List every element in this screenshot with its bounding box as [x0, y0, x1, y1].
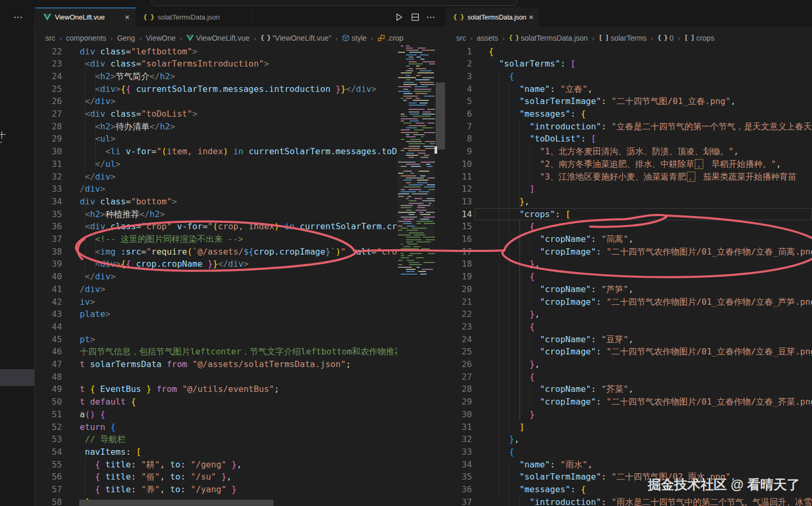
- code-line-7[interactable]: 7 "introduction": "立春是二十四节气的第一个节气，是天文意义上…: [446, 120, 812, 133]
- code-line-42[interactable]: 42iv>: [35, 296, 397, 308]
- minimap[interactable]: [397, 45, 435, 506]
- code-line-32[interactable]: 32 </div>: [35, 171, 397, 183]
- code-line-31[interactable]: 31 ]: [446, 421, 812, 434]
- code-line-35[interactable]: 35 <h2>种植推荐</h2>: [35, 208, 397, 221]
- breadcrumb-left-item-components[interactable]: components: [66, 34, 106, 42]
- code-line-2[interactable]: 2 "solarTerms": [: [446, 58, 812, 70]
- run-icon[interactable]: [394, 12, 404, 22]
- code-line-36[interactable]: 36 <div class="crop" v-for="(crop, index…: [35, 220, 397, 233]
- code-line-22[interactable]: 22div class="leftbottom">: [35, 45, 397, 58]
- split-editor-icon[interactable]: [411, 13, 420, 22]
- code-line-17[interactable]: 17 "cropImage": "二十四节气农作物图片/01_立春作物/立春_茼…: [446, 246, 812, 258]
- code-line-8[interactable]: 8 "toDoList": [: [446, 133, 812, 145]
- code-line-34[interactable]: 34div class="bottom">: [35, 195, 397, 208]
- command-center[interactable]: [152, 0, 517, 6]
- code-line-26[interactable]: 26 </div>: [35, 95, 397, 108]
- minimap-slider[interactable]: [397, 153, 435, 235]
- code-line-49[interactable]: 49t { EventBus } from "@/utils/eventBus"…: [35, 383, 397, 396]
- breadcrumb-left-item-crop[interactable]: .crop: [377, 34, 403, 42]
- code-line-11[interactable]: 11 "3、江淮地区要施好小麦、油菜返青肥， 茄果类蔬菜开始播种育苗: [446, 171, 812, 183]
- code-line-29[interactable]: 29 "cropImage": "二十四节气农作物图片/01_立春作物/立春_芥…: [446, 396, 812, 408]
- code-line-40[interactable]: 40 </div>: [35, 270, 397, 283]
- code-line-15[interactable]: 15 {: [446, 220, 812, 233]
- code-line-27[interactable]: 27 {: [446, 371, 812, 383]
- editor-right[interactable]: 1{2 "solarTerms": [3 {4 "name": "立春",5 "…: [446, 45, 812, 506]
- code-line-14[interactable]: 14 "crops": [: [446, 208, 812, 221]
- code-line-12[interactable]: 12 ]: [446, 183, 812, 195]
- scrollbar-slider[interactable]: [436, 82, 445, 149]
- code-line-24[interactable]: 24 "cropName": "豆芽",: [446, 333, 812, 346]
- code-line-23[interactable]: 23 {: [446, 321, 812, 333]
- horizontal-scrollbar-slider[interactable]: [79, 500, 273, 506]
- code-line-32[interactable]: 32 },: [446, 433, 812, 446]
- code-line-22[interactable]: 22 },: [446, 308, 812, 321]
- code-line-31[interactable]: 31 </ul>: [35, 158, 397, 171]
- code-line-16[interactable]: 16 "cropName": "茼蒿",: [446, 233, 812, 246]
- breadcrumb-left-item-style[interactable]: style: [342, 34, 367, 42]
- code-line-18[interactable]: 18 },: [446, 258, 812, 270]
- code-line-9[interactable]: 9 "1、北方冬麦田清沟、沥水、防渍、顶凌、划锄。",: [446, 145, 812, 158]
- code-line-52[interactable]: 52eturn {: [35, 421, 397, 434]
- rail-selected-item[interactable]: [0, 369, 34, 386]
- breadcrumb-right-item-solattermsdatajson[interactable]: { }solatTermsData.json: [509, 34, 588, 42]
- breadcrumb-left-item-viewoneliftvue[interactable]: ViewOneLift.vue: [186, 34, 250, 42]
- code-line-6[interactable]: 6 "messages": {: [446, 108, 812, 120]
- code-line-19[interactable]: 19 {: [446, 270, 812, 283]
- breadcrumb-left-item-src[interactable]: src: [45, 34, 55, 42]
- breadcrumb-right-item-solarterms[interactable]: [ ]solarTerms: [599, 34, 647, 42]
- tab-viewonelift-vue[interactable]: ViewOneLift.vue ✕: [35, 7, 136, 27]
- code-line-13[interactable]: 13 },: [446, 195, 812, 208]
- code-line-48[interactable]: 48: [35, 371, 397, 383]
- code-line-37[interactable]: 37 <!-- 这里的图片同样渲染不出来 -->: [35, 233, 397, 246]
- code-line-5[interactable]: 5 "solarTermImage": "二十四节气图/01_立春.png",: [446, 95, 812, 108]
- code-line-41[interactable]: 41/div>: [35, 283, 397, 296]
- code-line-37[interactable]: 37 "introduction": "雨水是二十四节气中的第二个节气。气温回升…: [446, 496, 812, 506]
- code-line-4[interactable]: 4 "name": "立春",: [446, 83, 812, 96]
- code-line-46[interactable]: 46十四节气信息，包括节气图片leftconter，节气文字介绍leftbott…: [35, 345, 397, 358]
- code-line-38[interactable]: 38 <img :src="require(`@/assets/${crop.c…: [35, 246, 397, 258]
- code-line-55[interactable]: 55 { title: "耕", to: "/geng" },: [35, 458, 397, 471]
- more-actions-icon[interactable]: ···: [14, 13, 23, 22]
- code-line-25[interactable]: 25 <div>{{ currentSolarTerm.messages.int…: [35, 83, 397, 96]
- code-line-25[interactable]: 25 "cropImage": "二十四节气农作物图片/01_立春作物/立春_豆…: [446, 345, 812, 358]
- code-line-51[interactable]: 51a() {: [35, 408, 397, 421]
- code-line-53[interactable]: 53 // 导航栏: [35, 433, 397, 446]
- tab-solattermsdata-json-right[interactable]: { } solatTermsData.json ✕: [446, 7, 539, 27]
- code-line-33[interactable]: 33/div>: [35, 183, 397, 195]
- code-line-56[interactable]: 56 { title: "俗", to: "/su" },: [35, 471, 397, 483]
- code-line-47[interactable]: 47t solarTermsData from "@/assets/solatT…: [35, 358, 397, 371]
- code-line-45[interactable]: 45pt>: [35, 333, 397, 346]
- tab-solattermsdata-json[interactable]: { } solatTermsData.json: [136, 7, 252, 27]
- code-line-30[interactable]: 30 }: [446, 408, 812, 421]
- code-line-44[interactable]: 44: [35, 321, 397, 333]
- code-line-28[interactable]: 28 <h2>待办清单</h2>: [35, 120, 397, 133]
- code-line-10[interactable]: 10 "2、南方冬季油菜追肥、排水、中耕除草， 早稻开始播种。",: [446, 158, 812, 171]
- code-line-57[interactable]: 57 { title: "养", to: "/yang" }: [35, 483, 397, 496]
- breadcrumb-left-item-viewone[interactable]: ViewOne: [146, 34, 176, 42]
- code-line-27[interactable]: 27 <div class="toDoList">: [35, 108, 397, 120]
- code-line-28[interactable]: 28 "cropName": "芥菜",: [446, 383, 812, 396]
- code-line-43[interactable]: 43plate>: [35, 308, 397, 321]
- code-line-50[interactable]: 50t default {: [35, 396, 397, 408]
- breadcrumb-right-item-assets[interactable]: assets: [477, 34, 498, 42]
- code-line-29[interactable]: 29 <ul>: [35, 133, 397, 145]
- code-line-26[interactable]: 26 },: [446, 358, 812, 371]
- breadcrumb-right-item-crops[interactable]: [ ]crops: [684, 34, 714, 42]
- code-line-33[interactable]: 33 {: [446, 446, 812, 458]
- close-tab-icon[interactable]: ✕: [528, 14, 534, 21]
- code-line-3[interactable]: 3 {: [446, 70, 812, 83]
- code-line-23[interactable]: 23 <div class="solarTermsIntroduction">: [35, 58, 397, 70]
- code-line-54[interactable]: 54 navItems: [: [35, 446, 397, 458]
- breadcrumb-right-item-0[interactable]: { }0: [657, 34, 673, 42]
- editor-left[interactable]: 22div class="leftbottom">23 <div class="…: [35, 45, 397, 506]
- breadcrumb-left-item-viewoneliftvue[interactable]: { }"ViewOneLift.vue": [260, 34, 331, 42]
- code-line-21[interactable]: 21 "cropImage": "二十四节气农作物图片/01_立春作物/立春_芦…: [446, 296, 812, 308]
- code-line-34[interactable]: 34 "name": "雨水",: [446, 458, 812, 471]
- code-line-24[interactable]: 24 <h2>节气简介</h2>: [35, 70, 397, 83]
- code-line-20[interactable]: 20 "cropName": "芦笋",: [446, 283, 812, 296]
- code-line-30[interactable]: 30 <li v-for="(item, index) in currentSo…: [35, 145, 397, 158]
- close-tab-icon[interactable]: ✕: [125, 14, 130, 21]
- breadcrumb-right-item-src[interactable]: src: [456, 34, 466, 42]
- more-actions-icon[interactable]: ···: [427, 13, 436, 22]
- code-line-39[interactable]: 39 <div>{{ crop.cropName }}</div>: [35, 258, 397, 270]
